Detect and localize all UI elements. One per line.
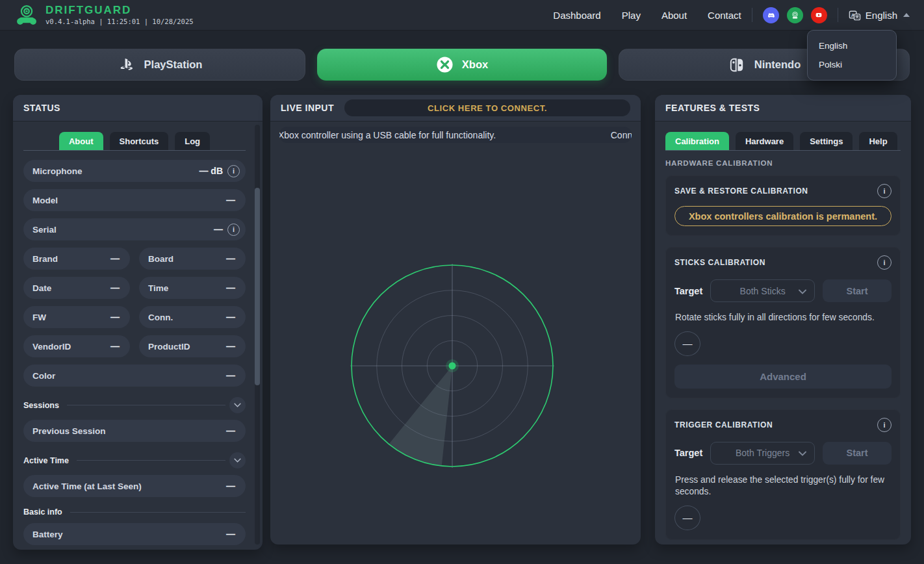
ticker-text-left: Xbox controller using a USB cable for fu… bbox=[279, 130, 496, 140]
status-tab-shortcuts[interactable]: Shortcuts bbox=[110, 132, 169, 150]
sticks-progress-indicator: — bbox=[674, 331, 700, 356]
stick-position-dot bbox=[449, 363, 456, 370]
tab-xbox[interactable]: Xbox bbox=[317, 49, 607, 81]
trigger-start-button[interactable]: Start bbox=[823, 442, 892, 465]
brand-text: DRIFTGUARD v0.4.1-alpha | 11:25:01 | 10/… bbox=[45, 5, 194, 25]
row-value: — bbox=[110, 253, 124, 264]
section-divider bbox=[67, 405, 225, 405]
youtube-icon[interactable] bbox=[811, 7, 827, 23]
status-row-date-time: Date — Time — bbox=[23, 277, 246, 306]
status-row-time: Time — bbox=[139, 277, 246, 299]
features-tab-settings[interactable]: Settings bbox=[800, 132, 853, 150]
sticks-instructions: Rotate sticks fully in all directions fo… bbox=[675, 312, 891, 324]
row-label: FW bbox=[32, 313, 46, 322]
sticks-target-select[interactable]: Both Sticks bbox=[710, 279, 815, 302]
info-icon[interactable] bbox=[877, 418, 892, 432]
trigger-target-select[interactable]: Both Triggers bbox=[710, 442, 815, 465]
status-row-date: Date — bbox=[23, 277, 130, 299]
trigger-calibration-title: TRIGGER CALIBRATION bbox=[674, 420, 773, 429]
status-scrollbar[interactable] bbox=[255, 125, 260, 545]
row-label: Time bbox=[148, 283, 168, 293]
features-tab-calibration[interactable]: Calibration bbox=[665, 132, 729, 150]
status-tabs: About Shortcuts Log bbox=[23, 132, 246, 151]
nav-contact[interactable]: Contact bbox=[708, 10, 741, 21]
row-label: Board bbox=[148, 254, 173, 264]
tab-xbox-label: Xbox bbox=[462, 58, 488, 71]
calibration-permanent-notice: Xbox controllers calibration is permanen… bbox=[674, 206, 892, 226]
tab-nintendo-label: Nintendo bbox=[754, 58, 801, 71]
row-label: Active Time (at Last Seen) bbox=[32, 481, 142, 491]
row-value: — bbox=[110, 341, 124, 352]
hardware-calibration-label: HARDWARE CALIBRATION bbox=[665, 159, 901, 167]
nav-play[interactable]: Play bbox=[622, 10, 641, 21]
info-icon[interactable] bbox=[227, 224, 240, 236]
trigger-target-row: Target Both Triggers Start bbox=[674, 442, 892, 465]
status-panel-title: STATUS bbox=[23, 103, 60, 113]
nav-dashboard[interactable]: Dashboard bbox=[553, 10, 600, 21]
xbox-icon bbox=[436, 56, 454, 73]
trigger-progress-indicator: — bbox=[674, 506, 700, 530]
trigger-instructions: Press and release the selected trigger(s… bbox=[675, 474, 891, 498]
sticks-target-row: Target Both Sticks Start bbox=[674, 279, 892, 302]
tab-playstation[interactable]: PlayStation bbox=[14, 49, 305, 81]
status-row-battery: Battery — bbox=[23, 523, 246, 545]
row-value: — bbox=[226, 481, 240, 491]
info-icon[interactable] bbox=[877, 184, 892, 198]
chevron-down-icon bbox=[799, 448, 806, 458]
features-header: FEATURES & TESTS bbox=[655, 95, 911, 122]
row-label: Brand bbox=[32, 254, 58, 264]
status-row-vendor-product: VendorID — ProductID — bbox=[23, 335, 246, 365]
driftguard-community-icon[interactable] bbox=[787, 7, 803, 23]
platform-tabs: PlayStation Xbox Nintendo bbox=[14, 49, 910, 81]
info-icon[interactable] bbox=[227, 165, 240, 177]
card-header: TRIGGER CALIBRATION bbox=[674, 418, 892, 432]
status-row-microphone: Microphone — dB bbox=[23, 160, 246, 182]
language-dropdown: English Polski bbox=[807, 30, 897, 81]
discord-icon[interactable] bbox=[763, 7, 779, 23]
language-option-english[interactable]: English bbox=[808, 36, 896, 55]
status-panel-header: STATUS bbox=[13, 95, 263, 122]
language-option-polski[interactable]: Polski bbox=[808, 55, 896, 74]
row-label: Conn. bbox=[148, 313, 173, 322]
status-row-vendorid: VendorID — bbox=[23, 335, 130, 357]
row-value: — bbox=[214, 224, 227, 235]
sticks-target-label: Target bbox=[674, 286, 702, 296]
connect-button[interactable]: CLICK HERE TO CONNECT. bbox=[344, 99, 630, 116]
status-tab-log[interactable]: Log bbox=[175, 132, 210, 150]
card-header: STICKS CALIBRATION bbox=[674, 255, 892, 270]
language-selector[interactable]: A English bbox=[849, 9, 910, 21]
features-tab-help[interactable]: Help bbox=[859, 132, 897, 150]
section-divider bbox=[77, 460, 225, 461]
sticks-target-value: Both Sticks bbox=[740, 286, 786, 296]
chevron-down-icon bbox=[799, 286, 806, 296]
status-row-fw-conn: FW — Conn. — bbox=[23, 306, 246, 335]
playstation-icon bbox=[118, 56, 136, 74]
live-input-header: LIVE INPUT CLICK HERE TO CONNECT. bbox=[270, 95, 641, 122]
collapse-chevron-icon[interactable] bbox=[229, 452, 246, 468]
sticks-advanced-button[interactable]: Advanced bbox=[674, 365, 892, 389]
status-row-board: Board — bbox=[139, 248, 246, 270]
social-links bbox=[763, 7, 827, 23]
status-scrollbar-thumb[interactable] bbox=[255, 188, 260, 385]
row-label: ProductID bbox=[148, 342, 190, 352]
features-tab-hardware[interactable]: Hardware bbox=[736, 132, 793, 150]
status-row-productid: ProductID — bbox=[139, 335, 246, 357]
language-current: English bbox=[866, 10, 897, 21]
nav-divider bbox=[752, 8, 752, 22]
nav-about[interactable]: About bbox=[661, 10, 687, 21]
sticks-calibration-card: STICKS CALIBRATION Target Both Sticks St… bbox=[665, 247, 901, 398]
caret-up-icon bbox=[903, 13, 910, 17]
row-value: — bbox=[226, 529, 240, 539]
status-panel: STATUS About Shortcuts Log Microphone — … bbox=[13, 95, 263, 550]
row-label: VendorID bbox=[32, 342, 71, 352]
status-tab-about[interactable]: About bbox=[59, 132, 103, 150]
sticks-calibration-title: STICKS CALIBRATION bbox=[674, 258, 765, 267]
collapse-chevron-icon[interactable] bbox=[229, 397, 246, 413]
sticks-start-button[interactable]: Start bbox=[823, 279, 892, 302]
live-input-title: LIVE INPUT bbox=[281, 103, 334, 113]
translate-icon: A bbox=[849, 9, 861, 21]
row-label: Model bbox=[32, 196, 58, 205]
info-icon[interactable] bbox=[877, 255, 892, 270]
save-restore-title: SAVE & RESTORE CALIBRATION bbox=[674, 186, 808, 196]
trigger-target-value: Both Triggers bbox=[736, 448, 789, 458]
